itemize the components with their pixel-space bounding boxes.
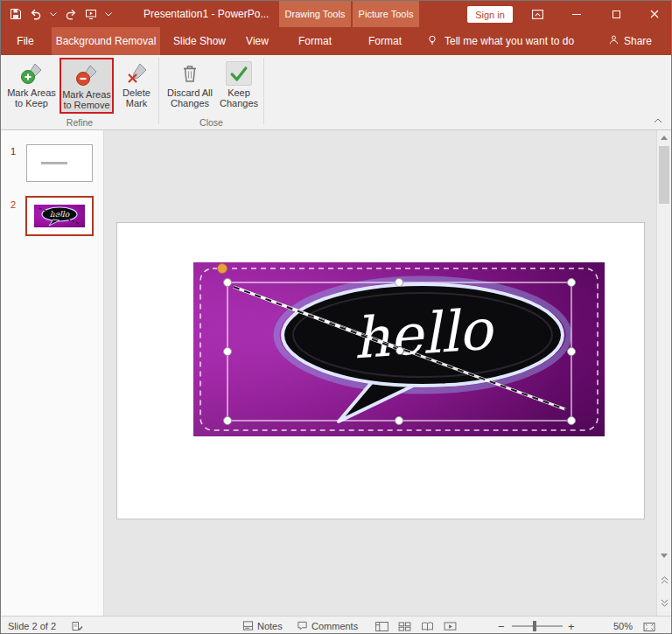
previous-slide-button[interactable] <box>657 570 671 590</box>
comments-label: Comments <box>312 621 358 631</box>
undo-icon[interactable] <box>30 8 42 20</box>
resize-handle-w[interactable] <box>224 348 232 356</box>
zoom-slider[interactable] <box>512 625 563 627</box>
keep-changes-button[interactable]: Keep Changes <box>218 58 260 114</box>
mark-remove-label-2: to Remove <box>63 100 109 110</box>
tab-view[interactable]: View <box>237 27 277 55</box>
workspace: 1 2 hello <box>1 130 671 616</box>
keep-changes-label-1: Keep <box>228 87 250 98</box>
group-label-close: Close <box>158 117 264 128</box>
tab-format-picture[interactable]: Format <box>356 27 414 55</box>
tell-me-box[interactable]: Tell me what you want to do <box>426 27 574 55</box>
zoom-slider-thumb[interactable] <box>533 621 536 631</box>
tell-me-label: Tell me what you want to do <box>444 35 574 47</box>
quick-access-toolbar <box>10 1 112 27</box>
reading-view-icon <box>421 622 434 631</box>
mark-node <box>396 347 404 355</box>
scroll-up-button[interactable] <box>657 130 671 144</box>
maximize-button[interactable] <box>598 1 634 27</box>
mark-start-dot <box>218 264 228 274</box>
keep-changes-label-2: Changes <box>220 98 258 108</box>
slide-2-editing-surface[interactable]: hello <box>116 222 645 519</box>
delete-mark-icon <box>125 59 148 87</box>
resize-handle-se[interactable] <box>568 417 576 425</box>
comments-icon <box>297 620 308 633</box>
scrollbar-thumb[interactable] <box>659 146 669 204</box>
resize-handle-nw[interactable] <box>224 279 232 287</box>
mark-remove-icon <box>75 61 98 89</box>
fit-slide-icon <box>643 622 655 632</box>
ribbon-content: Mark Areas to Keep Mark Areas to Remove <box>1 55 671 130</box>
slide-2-thumbnail[interactable]: hello <box>25 196 94 236</box>
resize-handle-n[interactable] <box>396 279 403 287</box>
comments-button[interactable]: Comments <box>297 617 358 634</box>
resize-handle-sw[interactable] <box>224 417 232 425</box>
delete-mark-label-2: Mark <box>126 98 147 108</box>
redo-icon[interactable] <box>65 8 77 20</box>
slide-1-number: 1 <box>10 146 16 157</box>
reading-view-button[interactable] <box>417 619 437 634</box>
notes-button[interactable]: Notes <box>242 617 283 634</box>
group-label-refine: Refine <box>1 117 158 128</box>
slide-2-mini-picture: hello <box>34 205 85 227</box>
mark-keep-label-1: Mark Areas <box>7 87 56 98</box>
customize-qat-icon[interactable] <box>105 11 112 17</box>
zoom-in-button[interactable]: + <box>568 617 575 634</box>
ribbon-tabs: File Background Removal Slide Show View … <box>1 27 671 55</box>
check-icon <box>226 61 252 86</box>
keep-changes-icon-wrap <box>226 59 252 87</box>
lightbulb-icon <box>426 34 438 49</box>
slide-show-button[interactable] <box>440 619 459 634</box>
picture-tools-header: Picture Tools <box>353 1 419 27</box>
trash-icon <box>178 59 201 87</box>
normal-view-button[interactable] <box>372 619 391 634</box>
scroll-down-button[interactable] <box>657 548 671 562</box>
triangle-up-icon <box>661 136 668 140</box>
powerpoint-window: Presentation1 - PowerPo... Drawing Tools… <box>0 0 672 634</box>
tab-file[interactable]: File <box>6 27 45 55</box>
save-icon[interactable] <box>10 8 22 20</box>
minimize-button[interactable] <box>558 1 595 27</box>
tab-background-removal[interactable]: Background Removal <box>52 27 160 55</box>
collapse-ribbon-button[interactable] <box>652 116 664 125</box>
tab-format-drawing[interactable]: Format <box>286 27 344 55</box>
zoom-level[interactable]: 50% <box>599 617 633 634</box>
resize-handle-ne[interactable] <box>568 279 576 287</box>
next-slide-button[interactable] <box>657 592 671 614</box>
drawing-tools-header: Drawing Tools <box>279 1 351 27</box>
tab-slide-show[interactable]: Slide Show <box>167 27 232 55</box>
ribbon-display-options-icon[interactable] <box>531 8 544 21</box>
maximize-icon <box>612 10 620 18</box>
undo-dropdown-icon[interactable] <box>50 11 57 17</box>
start-from-beginning-icon[interactable] <box>85 8 97 20</box>
slide-thumbnail-panel: 1 2 hello <box>1 130 104 616</box>
discard-label-2: Changes <box>171 98 209 108</box>
mark-keep-icon <box>20 59 43 87</box>
fit-slide-button[interactable] <box>643 619 655 634</box>
slide-show-icon <box>444 622 457 631</box>
resize-handle-e[interactable] <box>568 348 576 356</box>
share-button[interactable]: Share <box>608 27 652 55</box>
picture-overlay: hello <box>193 262 605 436</box>
slide-sorter-button[interactable] <box>395 619 414 634</box>
close-icon <box>650 10 659 18</box>
slide-1-thumbnail[interactable] <box>26 144 93 182</box>
spell-check-icon[interactable] <box>71 617 83 634</box>
slide-indicator: Slide 2 of 2 <box>8 617 56 634</box>
resize-handle-s[interactable] <box>396 417 403 425</box>
notes-icon <box>242 620 254 633</box>
vertical-scrollbar[interactable] <box>656 130 671 616</box>
slide-canvas[interactable]: hello <box>104 130 656 616</box>
hello-picture[interactable]: hello <box>193 262 605 436</box>
sign-in-button[interactable]: Sign in <box>467 6 513 23</box>
close-button[interactable] <box>636 1 672 27</box>
title-bar: Presentation1 - PowerPo... Drawing Tools… <box>1 1 671 27</box>
zoom-out-button[interactable]: − <box>498 617 505 634</box>
delete-mark-button[interactable]: Delete Mark <box>117 58 156 114</box>
discard-all-changes-button[interactable]: Discard All Changes <box>165 58 214 114</box>
group-separator <box>158 58 159 124</box>
double-chevron-down-icon <box>661 599 668 607</box>
mark-areas-to-keep-button[interactable]: Mark Areas to Keep <box>6 58 57 114</box>
mark-areas-to-remove-button[interactable]: Mark Areas to Remove <box>60 58 114 114</box>
slide-1-placeholder-text <box>41 162 67 164</box>
